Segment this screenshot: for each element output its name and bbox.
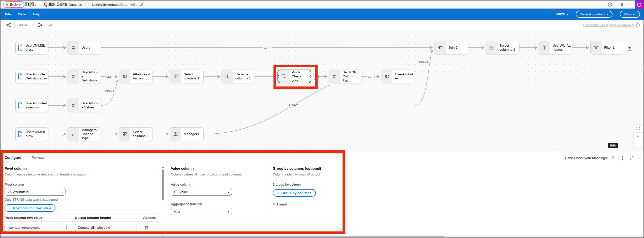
node-label: Pivot-Check your...	[289, 70, 311, 83]
scrollbar-thumb[interactable]	[1, 236, 444, 237]
pivot-column-select[interactable]: AttributeId ▾	[5, 188, 66, 196]
cancel-button[interactable]: Cancel	[620, 11, 640, 18]
spice-dropdown[interactable]: SPICE ▾	[556, 12, 568, 16]
pivot-column-value: AttributeId	[13, 190, 29, 194]
value-column-select[interactable]: Value ▾	[171, 188, 232, 196]
menu-help[interactable]: Help	[33, 12, 40, 16]
output-port[interactable]	[310, 75, 311, 78]
change-type-icon	[329, 70, 340, 83]
aggregation-label: Aggregation function	[171, 202, 202, 206]
csv-file-icon: CSV	[16, 70, 25, 83]
menu-data[interactable]: Data	[18, 12, 25, 16]
select-columns-icon	[170, 70, 181, 83]
group-by-column-name: UserId	[277, 202, 287, 206]
breadcrumb-chevron-icon	[84, 3, 87, 6]
user-icon[interactable]	[620, 2, 624, 7]
node-rename-columns[interactable]: Rename columns 1	[222, 70, 255, 83]
explore-label: Explore	[10, 3, 20, 6]
group-by-column-item[interactable]: # UserId	[273, 202, 287, 206]
trend-view-icon[interactable]	[47, 22, 53, 28]
pivot-config-panel: Configure Preview Pivot-Check your Mappi…	[1, 152, 644, 238]
svg-text:CSV: CSV	[18, 135, 22, 137]
node-label: UserWithAttributes	[550, 41, 572, 54]
node-select-columns[interactable]: Select columns 2	[119, 127, 153, 141]
pivot-row-value-input[interactable]	[5, 224, 67, 231]
node-join[interactable]: Attributes & Values	[119, 70, 153, 83]
dataset-toolbar: DATASET: Switch back to legacy experienc…	[1, 20, 643, 30]
output-header-input[interactable]	[75, 224, 137, 231]
chevron-down-icon: ▾	[228, 210, 230, 213]
add-pivot-row-value-button[interactable]: + Pivot column row value	[5, 204, 55, 212]
zoom-out-button[interactable]: −	[634, 140, 642, 148]
legacy-experience-link[interactable]: Switch back to legacy experience	[583, 23, 633, 27]
node-source-csv[interactable]: CSV UserAttributeValues.csv	[15, 99, 48, 112]
delete-row-trash-icon[interactable]	[144, 225, 148, 230]
help-icon[interactable]: ?	[608, 2, 612, 7]
node-select-columns[interactable]: Select columns 1	[170, 70, 204, 83]
join-edge-label: LEFT	[263, 46, 272, 49]
node-transform[interactable]: UserAttribute Definitions	[68, 70, 101, 83]
node-output[interactable]: UserWithAttributes	[539, 41, 572, 54]
select-columns-icon	[486, 41, 497, 54]
group-by-description: Columns identify rows of output	[273, 172, 320, 176]
divider	[14, 22, 15, 28]
node-label: UsersTAMSite.csv	[25, 41, 48, 54]
node-transform[interactable]: Set MGR Column Typ...	[329, 70, 362, 83]
zoom-in-button[interactable]: +	[634, 132, 642, 140]
group-by-columns-button[interactable]: + Group by columns	[273, 189, 316, 197]
node-join[interactable]: UserAttributes	[381, 70, 415, 83]
node-rename-columns[interactable]: Managers	[170, 127, 204, 141]
fit-view-button[interactable]	[634, 125, 642, 132]
expand-panel-icon[interactable]	[630, 156, 634, 160]
node-source-csv[interactable]: CSV UsersTAMSite.csv	[15, 41, 48, 54]
pivot-column-heading: Pivot column	[5, 166, 27, 170]
info-icon[interactable]	[636, 23, 640, 27]
rename-columns-icon	[539, 41, 550, 54]
add-pivot-row-value-label: Pivot column row value	[13, 206, 51, 210]
breadcrumb-current: UserWithAttributesBeta - MSL	[92, 3, 137, 7]
tab-preview[interactable]: Preview	[32, 152, 44, 163]
node-pivot-selected[interactable]: Pivot-Check your...	[278, 70, 311, 83]
scrollbar-thumb[interactable]	[162, 169, 164, 200]
divider	[5, 214, 159, 214]
add-step-button[interactable]: +	[313, 74, 319, 80]
flow-canvas[interactable]: LEFT LEFT RIGHT RIGHT LEFT RIGHT CSV Use…	[1, 30, 644, 152]
value-column-value: Value	[179, 190, 188, 194]
node-transform[interactable]: UserAttribute Values	[68, 99, 101, 112]
flow-view-icon[interactable]	[37, 22, 43, 28]
rename-columns-icon	[170, 128, 181, 141]
product-name: Quick Suite	[44, 2, 67, 7]
node-select-columns[interactable]: Select columns 3	[486, 41, 519, 54]
node-label: UserAttribute Values	[79, 99, 101, 112]
value-column-description: Column values fill rows of pivot output …	[171, 172, 242, 176]
value-column-field-label: Value column	[171, 183, 191, 186]
aggregation-select[interactable]: Max ▾	[171, 208, 232, 215]
panel-header: Configure Preview Pivot-Check your Mappi…	[1, 152, 644, 163]
node-filter[interactable]: Filter 1	[590, 41, 624, 54]
rename-dataset-pencil-icon[interactable]	[140, 2, 144, 6]
collapse-panel-chevron-icon[interactable]	[637, 156, 641, 160]
share-flow-icon[interactable]	[6, 22, 11, 28]
rename-step-pencil-icon[interactable]	[611, 156, 615, 160]
node-join[interactable]: Join 2	[435, 41, 468, 54]
node-transform[interactable]: Managers Change Type	[68, 127, 101, 141]
add-step-button[interactable]: +	[627, 45, 632, 51]
breadcrumb-datasets-link[interactable]: Datasets	[69, 3, 82, 7]
tab-configure[interactable]: Configure	[5, 152, 21, 163]
menu-file[interactable]: File	[5, 12, 11, 16]
node-label: UserAttributes	[392, 70, 415, 83]
horizontal-scrollbar[interactable]	[1, 235, 643, 237]
amazon-q-icon[interactable]	[635, 1, 643, 9]
select-columns-icon	[119, 128, 130, 141]
scroll-up-arrow[interactable]: ▲	[162, 165, 164, 168]
pivot-column-description: Column values become new column headers …	[5, 172, 86, 176]
table-header-actions: Actions	[143, 216, 156, 220]
explore-button[interactable]: Explore	[3, 1, 24, 8]
node-source-csv[interactable]: CSV UserAttributeDefinitions.csv	[15, 70, 48, 83]
node-source-csv[interactable]: CSV UsersTAMSite.csv	[15, 127, 48, 141]
more-actions-kebab-icon[interactable]	[622, 156, 623, 160]
save-publish-button[interactable]: Save & publish ▾	[576, 11, 612, 18]
csv-file-icon: CSV	[16, 41, 25, 54]
node-transform[interactable]: Users	[68, 41, 101, 54]
table-header-output: Output column header	[75, 216, 111, 220]
